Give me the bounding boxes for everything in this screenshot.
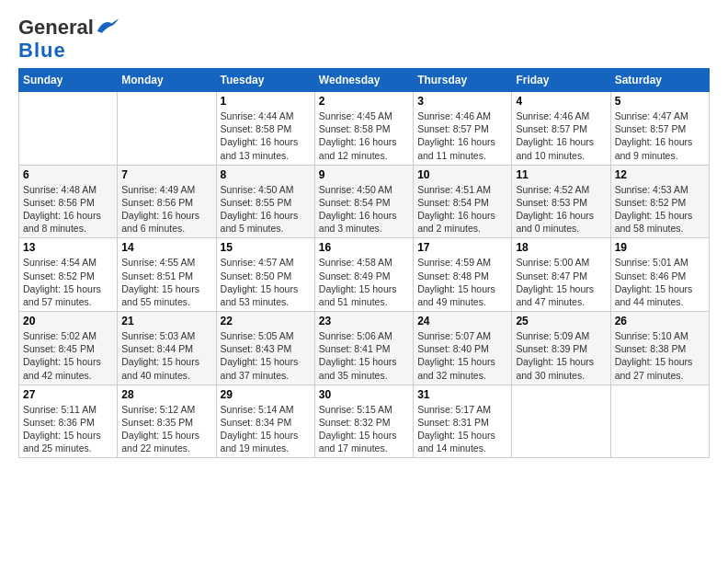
calendar-week-row: 6Sunrise: 4:48 AM Sunset: 8:56 PM Daylig… [19,165,710,238]
calendar-week-row: 27Sunrise: 5:11 AM Sunset: 8:36 PM Dayli… [19,385,710,458]
logo-general-text: General [18,17,94,38]
day-info: Sunrise: 5:14 AM Sunset: 8:34 PM Dayligh… [221,403,311,455]
calendar-cell: 8Sunrise: 4:50 AM Sunset: 8:55 PM Daylig… [216,165,314,238]
day-number: 23 [319,315,409,327]
calendar-day-header: Wednesday [314,69,413,92]
calendar-cell: 16Sunrise: 4:58 AM Sunset: 8:49 PM Dayli… [314,238,413,312]
day-number: 7 [121,168,211,181]
header: General Blue [18,17,710,63]
calendar-cell: 13Sunrise: 4:54 AM Sunset: 8:52 PM Dayli… [19,238,118,312]
calendar-cell: 5Sunrise: 4:47 AM Sunset: 8:57 PM Daylig… [610,92,709,166]
day-number: 15 [221,241,311,254]
day-info: Sunrise: 5:06 AM Sunset: 8:41 PM Dayligh… [319,329,409,382]
day-info: Sunrise: 5:17 AM Sunset: 8:31 PM Dayligh… [417,403,507,455]
calendar-cell: 20Sunrise: 5:02 AM Sunset: 8:45 PM Dayli… [19,312,118,385]
calendar-cell: 17Sunrise: 4:59 AM Sunset: 8:48 PM Dayli… [414,238,512,312]
day-info: Sunrise: 4:50 AM Sunset: 8:55 PM Dayligh… [221,183,311,236]
calendar-cell: 21Sunrise: 5:03 AM Sunset: 8:44 PM Dayli… [118,312,216,385]
day-number: 25 [516,315,606,327]
calendar-day-header: Saturday [610,69,709,92]
calendar-cell [512,385,610,458]
calendar-cell: 15Sunrise: 4:57 AM Sunset: 8:50 PM Dayli… [216,238,314,312]
day-number: 8 [221,168,311,181]
day-number: 19 [615,241,705,254]
day-info: Sunrise: 5:05 AM Sunset: 8:43 PM Dayligh… [221,329,311,382]
calendar-cell: 31Sunrise: 5:17 AM Sunset: 8:31 PM Dayli… [414,385,512,458]
calendar-cell: 18Sunrise: 5:00 AM Sunset: 8:47 PM Dayli… [512,238,610,312]
day-info: Sunrise: 4:55 AM Sunset: 8:51 PM Dayligh… [121,256,211,308]
day-number: 21 [121,315,211,327]
calendar-cell: 22Sunrise: 5:05 AM Sunset: 8:43 PM Dayli… [216,312,314,385]
day-number: 6 [23,168,113,181]
day-info: Sunrise: 4:54 AM Sunset: 8:52 PM Dayligh… [23,256,113,308]
day-number: 24 [417,315,507,327]
day-number: 28 [121,388,211,401]
calendar-cell [19,92,118,166]
calendar-cell [610,385,709,458]
calendar-header-row: SundayMondayTuesdayWednesdayThursdayFrid… [19,69,710,92]
day-number: 27 [23,388,113,401]
day-info: Sunrise: 4:45 AM Sunset: 8:58 PM Dayligh… [319,109,409,162]
day-number: 10 [417,168,507,181]
calendar-week-row: 1Sunrise: 4:44 AM Sunset: 8:58 PM Daylig… [19,92,710,166]
day-number: 30 [319,388,409,401]
logo: General Blue [18,17,119,63]
day-number: 20 [23,315,113,327]
day-info: Sunrise: 4:59 AM Sunset: 8:48 PM Dayligh… [417,256,507,308]
calendar-cell: 3Sunrise: 4:46 AM Sunset: 8:57 PM Daylig… [414,92,512,166]
calendar-cell: 28Sunrise: 5:12 AM Sunset: 8:35 PM Dayli… [118,385,216,458]
calendar-day-header: Monday [118,69,216,92]
calendar-cell [118,92,216,166]
calendar-cell: 26Sunrise: 5:10 AM Sunset: 8:38 PM Dayli… [610,312,709,385]
day-info: Sunrise: 4:47 AM Sunset: 8:57 PM Dayligh… [615,109,705,162]
calendar-cell: 10Sunrise: 4:51 AM Sunset: 8:54 PM Dayli… [414,165,512,238]
day-info: Sunrise: 4:44 AM Sunset: 8:58 PM Dayligh… [221,109,311,162]
calendar-cell: 9Sunrise: 4:50 AM Sunset: 8:54 PM Daylig… [314,165,413,238]
day-number: 2 [319,95,409,108]
day-number: 4 [516,95,606,108]
calendar-day-header: Tuesday [216,69,314,92]
day-info: Sunrise: 4:46 AM Sunset: 8:57 PM Dayligh… [417,109,507,162]
day-number: 22 [221,315,311,327]
day-number: 13 [23,241,113,254]
day-info: Sunrise: 4:57 AM Sunset: 8:50 PM Dayligh… [221,256,311,308]
day-number: 18 [516,241,606,254]
day-info: Sunrise: 5:00 AM Sunset: 8:47 PM Dayligh… [516,256,606,308]
calendar-cell: 14Sunrise: 4:55 AM Sunset: 8:51 PM Dayli… [118,238,216,312]
logo-blue-text: Blue [18,39,66,63]
calendar-day-header: Sunday [19,69,118,92]
day-number: 29 [221,388,311,401]
day-info: Sunrise: 5:15 AM Sunset: 8:32 PM Dayligh… [319,403,409,455]
calendar-cell: 11Sunrise: 4:52 AM Sunset: 8:53 PM Dayli… [512,165,610,238]
day-info: Sunrise: 5:11 AM Sunset: 8:36 PM Dayligh… [23,403,113,455]
calendar-cell: 24Sunrise: 5:07 AM Sunset: 8:40 PM Dayli… [414,312,512,385]
day-number: 14 [121,241,211,254]
calendar-day-header: Thursday [414,69,512,92]
day-info: Sunrise: 5:01 AM Sunset: 8:46 PM Dayligh… [615,256,705,308]
calendar-cell: 1Sunrise: 4:44 AM Sunset: 8:58 PM Daylig… [216,92,314,166]
day-number: 16 [319,241,409,254]
calendar-cell: 23Sunrise: 5:06 AM Sunset: 8:41 PM Dayli… [314,312,413,385]
calendar-cell: 19Sunrise: 5:01 AM Sunset: 8:46 PM Dayli… [610,238,709,312]
day-number: 5 [615,95,705,108]
day-number: 11 [516,168,606,181]
calendar-cell: 2Sunrise: 4:45 AM Sunset: 8:58 PM Daylig… [314,92,413,166]
calendar-cell: 4Sunrise: 4:46 AM Sunset: 8:57 PM Daylig… [512,92,610,166]
day-number: 3 [417,95,507,108]
calendar-week-row: 13Sunrise: 4:54 AM Sunset: 8:52 PM Dayli… [19,238,710,312]
calendar-week-row: 20Sunrise: 5:02 AM Sunset: 8:45 PM Dayli… [19,312,710,385]
day-info: Sunrise: 4:48 AM Sunset: 8:56 PM Dayligh… [23,183,113,236]
day-info: Sunrise: 5:09 AM Sunset: 8:39 PM Dayligh… [516,329,606,382]
day-number: 9 [319,168,409,181]
logo-bird-icon [96,17,119,35]
day-info: Sunrise: 5:03 AM Sunset: 8:44 PM Dayligh… [121,329,211,382]
calendar-table: SundayMondayTuesdayWednesdayThursdayFrid… [18,68,710,458]
day-info: Sunrise: 5:12 AM Sunset: 8:35 PM Dayligh… [121,403,211,455]
day-info: Sunrise: 4:53 AM Sunset: 8:52 PM Dayligh… [615,183,705,236]
calendar-cell: 7Sunrise: 4:49 AM Sunset: 8:56 PM Daylig… [118,165,216,238]
day-number: 17 [417,241,507,254]
calendar-cell: 29Sunrise: 5:14 AM Sunset: 8:34 PM Dayli… [216,385,314,458]
calendar-day-header: Friday [512,69,610,92]
day-number: 12 [615,168,705,181]
day-info: Sunrise: 5:02 AM Sunset: 8:45 PM Dayligh… [23,329,113,382]
